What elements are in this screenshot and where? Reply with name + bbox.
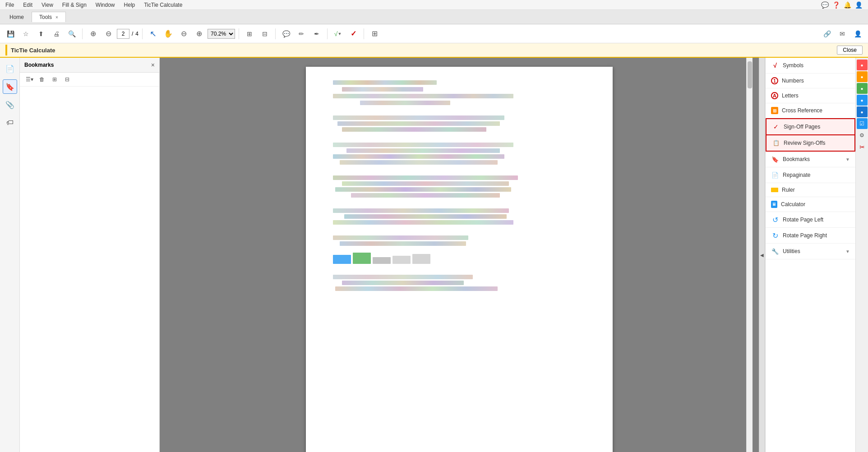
zoom-in-btn[interactable]: ⊕ xyxy=(192,27,206,41)
menu-review-sign-offs[interactable]: 📋 Review Sign-Offs xyxy=(766,135,855,152)
menu-cross-reference[interactable]: ⊞ Cross Reference xyxy=(766,103,855,118)
sep3 xyxy=(239,28,239,39)
menu-view[interactable]: View xyxy=(38,1,57,9)
bookmarks-content xyxy=(20,87,159,452)
scroll-thumb[interactable] xyxy=(748,61,752,88)
menu-repaginate[interactable]: 📄 Repaginate xyxy=(766,167,855,183)
menu-bookmarks[interactable]: 🔖 Bookmarks ▼ xyxy=(766,152,855,167)
pdf-content xyxy=(306,67,613,314)
rotate-right-icon: ↻ xyxy=(771,231,779,240)
user-btn[interactable]: 👤 xyxy=(851,27,864,41)
bm-collapse[interactable]: ⊟ xyxy=(61,74,73,84)
menu-utilities[interactable]: 🔧 Utilities ▼ xyxy=(766,244,855,259)
chat-icon[interactable]: 💬 xyxy=(821,1,829,9)
search-btn[interactable]: 🔍 xyxy=(65,27,78,41)
fr-orange-btn[interactable]: ● xyxy=(857,71,868,82)
fr-blue-btn[interactable]: ● xyxy=(857,95,868,106)
tictie-close-btn[interactable]: Close xyxy=(837,46,863,55)
tictie-indicator xyxy=(5,45,7,55)
print-btn[interactable]: 🖨 xyxy=(50,27,63,41)
page-sep: / xyxy=(130,31,134,37)
utilities-arrow: ▼ xyxy=(845,249,850,254)
chart-bar-green xyxy=(353,253,371,264)
bookmarks-icon: 🔖 xyxy=(771,155,779,163)
bm-add-dropdown[interactable]: ☰▾ xyxy=(23,74,35,84)
chart-bar-gray-1 xyxy=(373,257,391,264)
menu-ruler[interactable]: Ruler xyxy=(766,183,855,197)
link-btn[interactable]: 🔗 xyxy=(820,27,834,41)
zoom-select[interactable]: 70.2% 50% 75% 100% 125% 150% xyxy=(208,29,235,39)
checkmark-dropdown-btn[interactable]: √ ▼ xyxy=(331,27,345,41)
bm-expand[interactable]: ⊞ xyxy=(49,74,60,84)
menu-rotate-page-right[interactable]: ↻ Rotate Page Right xyxy=(766,228,855,244)
crop-tool-btn[interactable]: ⊟ xyxy=(258,27,272,41)
menu-help[interactable]: Help xyxy=(120,1,139,9)
menu-edit[interactable]: Edit xyxy=(19,1,36,9)
bm-delete[interactable]: 🗑 xyxy=(36,74,48,84)
share-btn[interactable]: ⬆ xyxy=(34,27,48,41)
menu-numbers[interactable]: 1 Numbers xyxy=(766,74,855,88)
next-page-btn[interactable]: ⊖ xyxy=(102,27,115,41)
notification-icon[interactable]: 🔔 xyxy=(844,1,851,9)
rotate-page-left-label: Rotate Page Left xyxy=(783,217,850,223)
scrollbar[interactable] xyxy=(746,58,753,452)
menu-symbols[interactable]: √ Symbols xyxy=(766,58,855,74)
tab-tools[interactable]: Tools × xyxy=(32,12,66,22)
tictie-bar: TicTie Calculate Close xyxy=(0,43,868,58)
menu-sign-off-pages[interactable]: ✓ Sign-Off Pages xyxy=(766,118,855,135)
menu-tictie[interactable]: TicTie Calculate xyxy=(140,1,186,9)
sep5 xyxy=(327,28,328,39)
fr-settings-btn[interactable]: ⚙ xyxy=(857,130,868,141)
menu-fill-sign[interactable]: Fill & Sign xyxy=(59,1,90,9)
menu-rotate-page-left[interactable]: ↺ Rotate Page Left xyxy=(766,212,855,228)
review-sign-offs-icon: 📋 xyxy=(772,139,780,147)
fr-green-btn[interactable]: ● xyxy=(857,83,868,94)
sign-off-pages-label: Sign-Off Pages xyxy=(784,124,849,130)
sidebar-tag-icon[interactable]: 🏷 xyxy=(3,115,17,130)
highlight-btn[interactable]: ✒ xyxy=(310,27,323,41)
grid-btn[interactable]: ⊞ xyxy=(368,27,381,41)
zoom-out-btn[interactable]: ⊖ xyxy=(177,27,190,41)
left-sidebar: 📄 🔖 📎 🏷 xyxy=(0,58,20,452)
fr-tool-btn[interactable]: ✂ xyxy=(857,142,868,152)
menu-file[interactable]: File xyxy=(2,1,18,9)
pdf-row-3 xyxy=(333,143,586,165)
fr-blue-btn-2[interactable]: ● xyxy=(857,106,868,117)
bookmarks-label: Bookmarks xyxy=(783,156,842,162)
pdf-area[interactable] xyxy=(160,58,759,452)
help-icon[interactable]: ❓ xyxy=(832,1,840,9)
numbers-label: Numbers xyxy=(782,78,850,84)
sidebar-page-icon[interactable]: 📄 xyxy=(3,61,17,76)
sep1 xyxy=(82,28,83,39)
marquee-tool-btn[interactable]: ⊞ xyxy=(243,27,256,41)
bookmarks-close-btn[interactable]: × xyxy=(151,61,155,69)
tab-close-icon[interactable]: × xyxy=(55,15,58,20)
menu-window[interactable]: Window xyxy=(92,1,119,9)
panel-collapse-arrow[interactable]: ◀ xyxy=(759,58,765,452)
pen-btn[interactable]: ✏ xyxy=(295,27,308,41)
repaginate-label: Repaginate xyxy=(783,172,850,178)
menu-calculator[interactable]: 🖩 Calculator xyxy=(766,197,855,212)
comment-btn[interactable]: 💬 xyxy=(279,27,293,41)
main-layout: 📄 🔖 📎 🏷 Bookmarks × ☰▾ 🗑 ⊞ ⊟ xyxy=(0,58,868,452)
page-input[interactable]: 2 xyxy=(117,29,129,39)
email-btn[interactable]: ✉ xyxy=(836,27,849,41)
chart-bar-gray-2 xyxy=(392,256,411,264)
star-btn[interactable]: ☆ xyxy=(19,27,32,41)
redcheck-btn[interactable]: ✓ xyxy=(346,27,360,41)
menu-letters[interactable]: A Letters xyxy=(766,88,855,103)
letters-icon: A xyxy=(771,92,778,99)
prev-page-btn[interactable]: ⊕ xyxy=(86,27,100,41)
account-icon[interactable]: 👤 xyxy=(855,1,863,9)
sidebar-attachment-icon[interactable]: 📎 xyxy=(3,97,17,112)
sidebar-bookmark-icon[interactable]: 🔖 xyxy=(3,79,17,94)
fr-red-btn[interactable]: ● xyxy=(857,60,868,70)
pdf-row-2 xyxy=(333,115,586,132)
ruler-label: Ruler xyxy=(782,187,850,193)
tictie-title: TicTie Calculate xyxy=(11,47,55,54)
fr-check-btn[interactable]: ☑ xyxy=(857,118,868,129)
tab-home[interactable]: Home xyxy=(2,12,32,22)
select-tool-btn[interactable]: ↖ xyxy=(146,27,160,41)
save-btn[interactable]: 💾 xyxy=(4,27,17,41)
hand-tool-btn[interactable]: ✋ xyxy=(162,27,175,41)
